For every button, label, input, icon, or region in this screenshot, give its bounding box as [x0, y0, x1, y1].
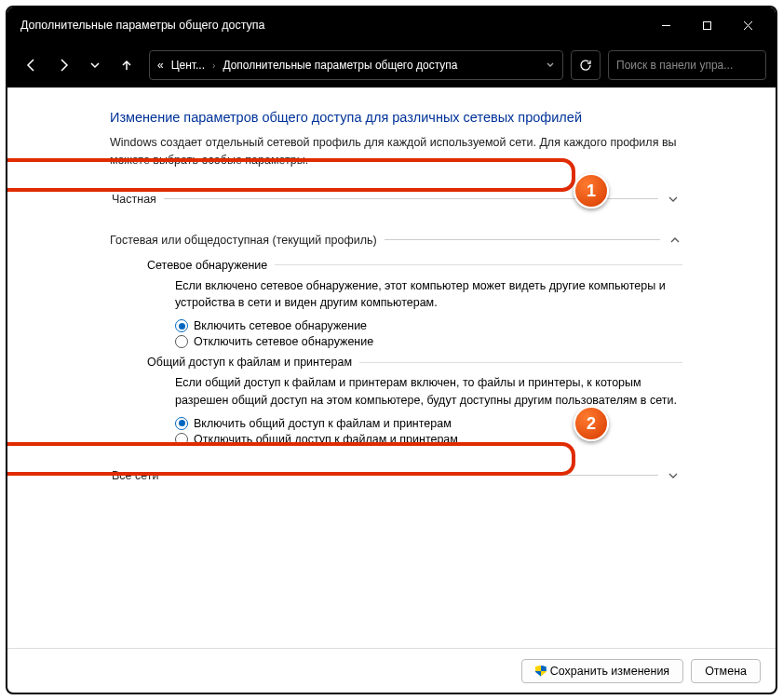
maximize-button[interactable] — [686, 11, 727, 39]
profile-guest-header[interactable]: Гостевая или общедоступная (текущий проф… — [110, 229, 682, 251]
breadcrumb-part2[interactable]: Дополнительные параметры общего доступа — [223, 59, 538, 72]
radio-sharing-on[interactable]: Включить общий доступ к файлам и принтер… — [175, 417, 682, 430]
up-button[interactable] — [112, 50, 142, 80]
close-button[interactable] — [727, 11, 768, 39]
footer: Сохранить изменения Отмена — [7, 648, 776, 693]
history-dropdown[interactable] — [80, 50, 110, 80]
back-button[interactable] — [17, 50, 47, 80]
navbar: « Цент... › Дополнительные параметры общ… — [7, 43, 776, 88]
search-input[interactable]: Поиск в панели упра... — [608, 50, 766, 80]
breadcrumb-part1[interactable]: Цент... — [171, 59, 205, 72]
sharing-description: Если общий доступ к файлам и принтерам в… — [175, 374, 682, 410]
chevron-up-icon — [668, 233, 682, 248]
profile-all-networks[interactable]: Все сети — [110, 459, 682, 492]
radio-icon — [175, 335, 188, 348]
content-area: Изменение параметров общего доступа для … — [7, 88, 776, 648]
radio-discovery-off[interactable]: Отключить сетевое обнаружение — [175, 335, 682, 348]
profile-private-title: Частная — [112, 193, 156, 206]
titlebar: Дополнительные параметры общего доступа — [7, 7, 776, 43]
chevron-down-icon[interactable] — [546, 61, 555, 70]
search-placeholder: Поиск в панели упра... — [616, 59, 733, 72]
radio-icon — [175, 433, 188, 446]
section-network-discovery: Сетевое обнаружение — [147, 259, 682, 272]
forward-button[interactable] — [48, 50, 78, 80]
profile-private[interactable]: Частная — [110, 182, 682, 216]
radio-icon — [175, 417, 188, 430]
shield-icon — [535, 666, 547, 677]
svg-rect-1 — [703, 21, 710, 29]
profile-guest: Гостевая или общедоступная (текущий проф… — [110, 229, 682, 446]
minimize-button[interactable] — [645, 11, 686, 39]
section-file-sharing: Общий доступ к файлам и принтерам — [147, 356, 682, 369]
radio-icon — [175, 319, 188, 332]
radio-sharing-off[interactable]: Отключить общий доступ к файлам и принте… — [175, 433, 682, 446]
profile-guest-title: Гостевая или общедоступная (текущий проф… — [110, 234, 377, 247]
breadcrumb[interactable]: « Цент... › Дополнительные параметры общ… — [149, 50, 563, 80]
chevron-down-icon — [666, 468, 681, 483]
page-description: Windows создает отдельный сетевой профил… — [110, 134, 682, 169]
window-title: Дополнительные параметры общего доступа — [20, 19, 645, 32]
page-title: Изменение параметров общего доступа для … — [110, 110, 682, 125]
cancel-button[interactable]: Отмена — [691, 659, 761, 683]
radio-discovery-on[interactable]: Включить сетевое обнаружение — [175, 319, 682, 332]
breadcrumb-prefix: « — [157, 59, 164, 72]
chevron-down-icon — [666, 192, 681, 207]
save-button[interactable]: Сохранить изменения — [521, 659, 683, 683]
chevron-right-icon: › — [212, 61, 215, 71]
refresh-button[interactable] — [571, 50, 601, 80]
discovery-description: Если включено сетевое обнаружение, этот … — [175, 277, 682, 313]
profile-all-title: Все сети — [112, 469, 159, 482]
